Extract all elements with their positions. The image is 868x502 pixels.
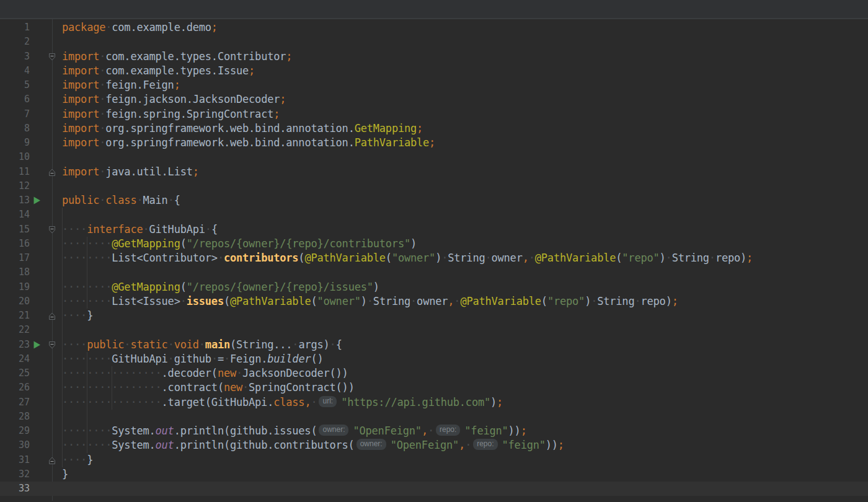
token-fn: main [205,338,230,351]
code-line[interactable]: 20········List<Issue>·issues(@PathVariab… [0,294,868,309]
fold-collapse-icon[interactable] [48,341,56,350]
code-line[interactable]: 16········@GetMapping("/repos/{owner}/{r… [0,237,868,251]
code-line[interactable]: 13public·class·Main·{ [0,193,868,208]
whitespace-dots: · [428,425,434,437]
code-line[interactable]: 12 [0,179,868,193]
code-line[interactable]: 4import·com.example.types.Issue; [0,64,868,78]
code-text [62,208,868,222]
code-line[interactable]: 18 [0,265,868,280]
line-number: 29 [0,424,30,438]
code-line[interactable]: 31····} [0,453,868,467]
token-kw: interface [87,223,143,236]
code-line[interactable]: 25················.decoder(new·JacksonDe… [0,366,868,381]
code-line[interactable]: 22 [0,323,868,337]
token-tx: } [62,468,68,480]
code-line[interactable]: 19········@GetMapping("/repos/{owner}/{r… [0,280,868,294]
code-text: ········@GetMapping("/repos/{owner}/{rep… [62,280,868,294]
token-tx: feign.spring.SpringContract [105,108,273,120]
code-line[interactable]: 10 [0,150,868,164]
code-text [62,265,868,280]
code-text: ················.decoder(new·JacksonDeco… [62,366,868,381]
code-line[interactable]: 24········GitHubApi·github·=·Feign.build… [0,352,868,366]
code-text: ················.contract(new·SpringCont… [62,381,868,395]
code-text [62,410,868,424]
whitespace-dots: · [634,295,640,307]
code-line[interactable]: 1package·com.example.demo; [0,20,868,35]
token-pu: ; [193,165,199,178]
line-number: 18 [0,265,30,280]
code-line[interactable]: 11import·java.util.List; [0,165,868,179]
code-line[interactable]: 14 [0,208,868,222]
token-tx: Feign. [230,353,267,365]
run-icon[interactable] [32,340,42,350]
gutter-icons [30,294,62,309]
token-tx: com.example.demo [112,21,211,33]
line-number: 2 [0,35,30,49]
gutter-icons [30,424,62,438]
whitespace-dots: · [242,381,249,394]
whitespace-dots: · [218,252,224,264]
fold-collapse-icon[interactable] [48,226,56,234]
code-text: public·class·Main·{ [62,193,868,208]
token-tx: owner [492,252,523,264]
whitespace-dots: ···· [62,309,87,322]
code-line[interactable]: 9import·org.springframework.web.bind.ann… [0,136,868,150]
line-number: 33 [0,482,30,496]
code-line[interactable]: 5import·feign.Feign; [0,78,868,92]
token-an: @PathVariable [304,252,385,264]
gutter-icons [30,410,62,424]
code-line[interactable]: 7import·feign.spring.SpringContract; [0,107,868,121]
gutter-icons [30,251,62,265]
fold-collapse-icon[interactable] [48,53,56,61]
gutter-icons [30,121,62,136]
token-kw: package [62,21,105,33]
fold-expand-end-icon[interactable] [48,312,56,320]
code-line[interactable]: 3import·com.example.types.Contributor; [0,50,868,64]
whitespace-dots: · [99,64,105,77]
token-pu: , [304,396,311,408]
fold-expand-end-icon[interactable] [48,456,56,465]
code-line[interactable]: 6import·feign.jackson.JacksonDecoder; [0,92,868,107]
code-text [62,35,868,49]
whitespace-dots: · [99,93,105,105]
fold-expand-end-icon[interactable] [48,168,56,177]
token-tx: ) [585,295,591,307]
code-line[interactable]: 28 [0,410,868,424]
whitespace-dots: · [199,338,205,351]
code-line[interactable]: 27················.target(GitHubApi.clas… [0,395,868,410]
code-editor[interactable]: 1package·com.example.demo;23import·com.e… [0,19,868,501]
token-pu: ; [417,122,423,134]
whitespace-dots: ···· [62,454,87,466]
code-line[interactable]: 15····interface·GitHubApi·{ [0,222,868,237]
token-pu: ; [429,136,435,149]
whitespace-dots: ········ [62,353,112,365]
code-line[interactable]: 2 [0,35,868,49]
token-tx: List<Contributor> [112,252,218,264]
code-line[interactable]: 33 [0,482,868,496]
whitespace-dots: · [136,194,143,206]
token-tx: repo [715,252,740,264]
gutter-icons [30,280,62,294]
whitespace-dots: · [105,21,112,33]
token-tx: feign.jackson.JacksonDecoder [105,93,280,105]
code-line[interactable]: 29········System.out.println(github.issu… [0,424,868,438]
inlay-parameter-hint: repo: [473,439,497,450]
code-line[interactable]: 8import·org.springframework.web.bind.ann… [0,121,868,136]
code-line[interactable]: 32} [0,467,868,482]
token-sf: out [156,425,174,437]
gutter-icons [30,208,62,222]
line-number: 31 [0,453,30,467]
line-number: 32 [0,467,30,482]
gutter-icons [30,395,62,410]
gutter-icons [30,179,62,193]
code-line[interactable]: 30········System.out.println(github.cont… [0,438,868,452]
code-line[interactable]: 21····} [0,309,868,323]
token-tx: ) [361,295,367,307]
code-line[interactable]: 26················.contract(new·SpringCo… [0,381,868,395]
code-text [62,482,868,496]
code-line[interactable]: 17········List<Contributor>·contributors… [0,251,868,265]
token-tx: { [211,223,218,236]
run-icon[interactable] [32,196,42,205]
code-line[interactable]: 23····public·static·void·main(String...·… [0,338,868,352]
token-tx: .println(github.contributors( [174,439,355,451]
